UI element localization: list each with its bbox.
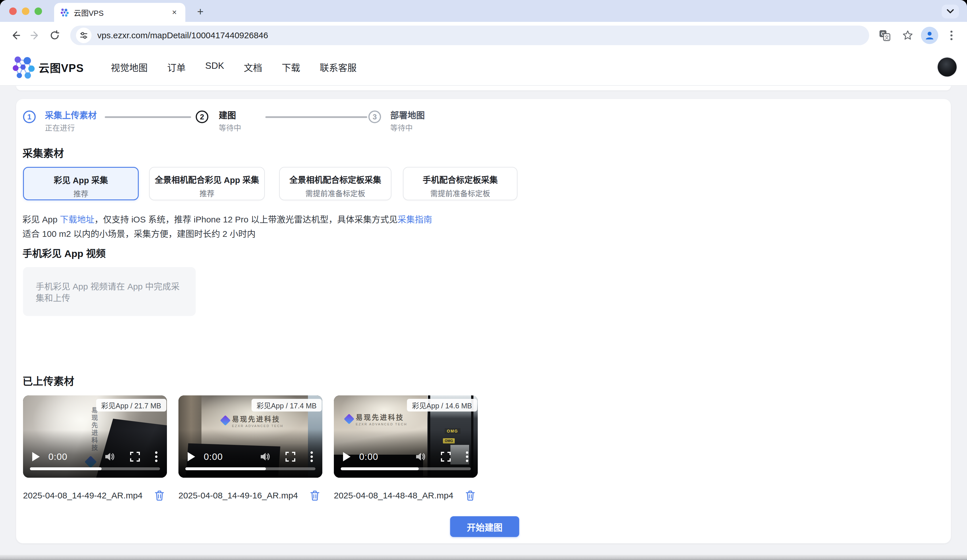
download-link[interactable]: 下载地址: [60, 215, 94, 224]
video-2-timeline[interactable]: [185, 467, 315, 470]
page-content: 1 采集上传素材 正在进行 2 建图 等待中 3 部署地图 等待中 采集素材 彩…: [0, 86, 967, 560]
timeline-fill: [30, 467, 102, 470]
delete-video-1-button[interactable]: [153, 489, 166, 502]
url-text[interactable]: vps.ezxr.com/mapDetail/1000417440926846: [97, 31, 268, 40]
site-settings-button[interactable]: [76, 28, 91, 43]
nav-item-download[interactable]: 下载: [272, 56, 310, 78]
video-3-timeline[interactable]: [341, 467, 471, 470]
collect-option-pano-board[interactable]: 全景相机配合标定板采集 需提前准备标定板: [279, 167, 391, 200]
delete-video-3-button[interactable]: [464, 489, 477, 502]
file-row: 2025-04-08_14-49-16_AR.mp4: [178, 489, 322, 502]
collect-description-line1: 彩见 App 下载地址，仅支持 iOS 系统，推荐 iPhone 12 Pro …: [22, 212, 432, 225]
play-icon[interactable]: [32, 452, 40, 461]
play-icon[interactable]: [343, 452, 351, 461]
tab-search-button[interactable]: [942, 5, 959, 18]
svg-text:文: 文: [884, 35, 889, 40]
video-time: 0:00: [204, 451, 223, 462]
video-menu-icon[interactable]: [466, 451, 469, 462]
translate-button[interactable]: G 文: [875, 26, 894, 45]
step-3-circle: 3: [368, 110, 381, 123]
video-time: 0:00: [48, 451, 68, 462]
brand-name: 云图VPS: [38, 59, 84, 75]
nav-item-support[interactable]: 联系客服: [310, 56, 366, 78]
network-logo-icon: [10, 54, 36, 80]
back-icon: [10, 30, 21, 41]
option-subtitle: 推荐: [150, 188, 264, 198]
timeline-fill: [341, 467, 419, 470]
uploaded-video-2[interactable]: 易现先进科技 EZXR ADVANCED TECH 彩见App / 17.4 M…: [178, 395, 322, 478]
video-3-badge: 彩见App / 14.6 MB: [407, 399, 477, 412]
nav-item-docs[interactable]: 文档: [234, 56, 272, 78]
volume-icon[interactable]: [259, 452, 271, 461]
step-2-circle: 2: [196, 110, 208, 123]
delete-video-2-button[interactable]: [309, 489, 321, 502]
nav-item-visual-map[interactable]: 视觉地图: [101, 56, 157, 78]
collection-guide-link[interactable]: 采集指南: [398, 215, 432, 224]
tune-icon: [80, 31, 88, 40]
file-name: 2025-04-08_14-48-48_AR.mp4: [334, 491, 464, 501]
kebab-menu-icon: [950, 30, 952, 41]
browser-tab[interactable]: 云图VPS ×: [54, 3, 185, 22]
star-icon: [902, 30, 913, 41]
start-mapping-button[interactable]: 开始建图: [450, 516, 519, 537]
play-icon[interactable]: [188, 452, 195, 461]
browser-toolbar: vps.ezxr.com/mapDetail/1000417440926846 …: [0, 22, 967, 49]
back-button[interactable]: [6, 26, 25, 45]
video-menu-icon[interactable]: [310, 451, 313, 462]
tab-close-icon[interactable]: ×: [169, 7, 180, 18]
profile-button[interactable]: [921, 27, 938, 44]
uploaded-video-3[interactable]: 易现先进科技 EZXR ADVANCED TECH OMG OMG 彩见App …: [334, 395, 478, 478]
file-name: 2025-04-08_14-49-42_AR.mp4: [23, 491, 153, 501]
file-row: 2025-04-08_14-48-48_AR.mp4: [334, 489, 478, 502]
fullscreen-icon[interactable]: [285, 452, 295, 461]
option-subtitle: 需提前准备标定板: [280, 188, 391, 198]
step-connector: [266, 116, 367, 118]
close-window-button[interactable]: [9, 8, 17, 15]
reload-button[interactable]: [45, 26, 64, 45]
forward-button[interactable]: [25, 26, 45, 45]
video-3-controls: 0:00: [334, 451, 478, 462]
app-video-notice-box: 手机彩见 App 视频请在 App 中完成采集和上传: [23, 267, 196, 316]
collect-section-title: 采集素材: [22, 145, 64, 160]
user-avatar[interactable]: [938, 58, 957, 77]
tab-strip: 云图VPS × +: [0, 0, 967, 22]
video-menu-icon[interactable]: [155, 451, 158, 462]
new-tab-button[interactable]: +: [193, 5, 207, 18]
fullscreen-icon[interactable]: [130, 452, 140, 461]
option-title: 全景相机配合彩见 App 采集: [150, 173, 264, 185]
step-3-status: 等待中: [390, 122, 413, 133]
app-video-section-title: 手机彩见 App 视频: [22, 246, 106, 260]
chevron-down-icon: [947, 9, 954, 14]
video-1-timeline[interactable]: [30, 467, 160, 470]
brand-logo[interactable]: 云图VPS: [10, 54, 84, 80]
reload-icon: [50, 30, 60, 41]
traffic-lights: [9, 8, 42, 15]
option-title: 手机配合标定板采集: [404, 173, 517, 185]
step-2-status: 等待中: [219, 122, 241, 133]
url-bar[interactable]: vps.ezxr.com/mapDetail/1000417440926846: [70, 26, 869, 45]
collect-option-phone-board[interactable]: 手机配合标定板采集 需提前准备标定板: [403, 167, 517, 200]
step-3-label: 部署地图: [390, 108, 425, 121]
volume-icon[interactable]: [415, 452, 426, 461]
file-row: 2025-04-08_14-49-42_AR.mp4: [23, 489, 167, 502]
video-2-badge: 彩见App / 17.4 MB: [252, 399, 322, 412]
browser-menu-button[interactable]: [942, 26, 961, 45]
app-video-notice-text: 手机彩见 App 视频请在 App 中完成采集和上传: [36, 281, 184, 304]
minimize-window-button[interactable]: [22, 8, 29, 15]
desc-text: ，仅支持 iOS 系统，推荐 iPhone 12 Pro 以上带激光雷达机型，具…: [94, 215, 398, 224]
profile-avatar-icon: [924, 30, 935, 41]
collect-option-caijian-app[interactable]: 彩见 App 采集 推荐: [23, 167, 139, 200]
video-1-controls: 0:00: [23, 451, 167, 462]
nav-item-sdk[interactable]: SDK: [195, 56, 234, 78]
collect-option-pano-app[interactable]: 全景相机配合彩见 App 采集 推荐: [149, 167, 265, 200]
zoom-window-button[interactable]: [35, 8, 42, 15]
step-2-label: 建图: [219, 108, 236, 121]
fullscreen-icon[interactable]: [441, 452, 450, 461]
bookmark-button[interactable]: [898, 26, 917, 45]
nav-item-orders[interactable]: 订单: [157, 56, 195, 78]
step-connector: [105, 116, 191, 118]
volume-icon[interactable]: [104, 452, 115, 461]
uploaded-video-1[interactable]: 易现先进科技 彩见App / 21.7 MB 0:00: [23, 395, 167, 478]
step-1-circle: 1: [23, 110, 36, 123]
trash-icon: [310, 490, 319, 501]
